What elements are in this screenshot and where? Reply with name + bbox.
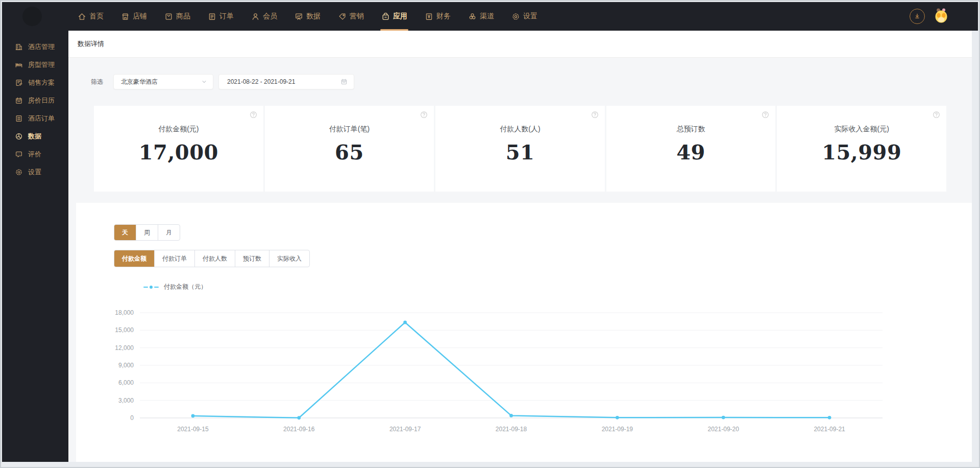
nav-item-app-bag[interactable]: 应用 — [381, 2, 407, 31]
calendar-icon — [340, 78, 348, 85]
stat-card: 实际收入金额(元)15,999 — [777, 106, 946, 192]
shop-icon — [121, 12, 130, 21]
y-axis-tick: 6,000 — [118, 379, 134, 386]
line-chart: 03,0006,0009,00012,00015,00018,0002021-0… — [91, 302, 939, 445]
stat-value: 51 — [435, 140, 605, 164]
data-point — [191, 414, 195, 418]
help-button[interactable] — [420, 111, 428, 119]
marketing-tag-icon — [338, 12, 347, 21]
nav-item-home[interactable]: 首页 — [78, 2, 104, 31]
nav-item-settings-gear[interactable]: 设置 — [511, 2, 537, 31]
home-icon — [78, 12, 86, 21]
nav-item-label: 商品 — [176, 12, 190, 21]
nav-item-label: 应用 — [393, 12, 407, 21]
y-axis-tick: 15,000 — [115, 326, 134, 334]
sidebar-item-label: 设置 — [28, 168, 41, 177]
main-content: 数据详情 筛选 北京豪华酒店 2021-08-22 - 2021-09-21 付… — [68, 31, 972, 462]
page-header: 数据详情 — [68, 31, 972, 58]
review-bubble-icon — [15, 150, 23, 158]
y-axis-tick: 9,000 — [118, 362, 134, 369]
download-icon — [913, 12, 921, 20]
nav-item-shop[interactable]: 店铺 — [121, 2, 147, 31]
sidebar-item-label: 数据 — [28, 132, 41, 141]
sidebar-item-bed[interactable]: 房型管理 — [2, 56, 68, 74]
help-button[interactable] — [762, 111, 769, 119]
stat-card: 付款人数(人)51 — [435, 106, 605, 192]
chevron-down-icon — [201, 78, 208, 85]
legend-line-marker — [143, 286, 159, 289]
hotel-select[interactable]: 北京豪华酒店 — [113, 74, 213, 89]
help-button[interactable] — [250, 111, 257, 119]
nav-item-marketing-tag[interactable]: 营销 — [338, 2, 364, 31]
nav-item-label: 订单 — [219, 12, 234, 21]
avatar-icon — [933, 7, 949, 24]
metric-tab[interactable]: 付款人数 — [194, 250, 235, 267]
channel-icon — [468, 12, 477, 21]
nav-item-label: 首页 — [89, 12, 104, 21]
period-tab[interactable]: 天 — [114, 225, 136, 240]
user-avatar[interactable] — [933, 7, 949, 26]
filter-row: 筛选 北京豪华酒店 2021-08-22 - 2021-09-21 — [68, 58, 972, 106]
stat-card: 付款金额(元)17,000 — [94, 106, 263, 192]
metric-tab[interactable]: 预订数 — [235, 250, 269, 267]
stat-card: 总预订数49 — [606, 106, 776, 192]
nav-item-member[interactable]: 会员 — [251, 2, 277, 31]
help-button[interactable] — [933, 111, 940, 119]
goods-icon — [164, 12, 173, 21]
sidebar-item-data-pie[interactable]: 数据 — [2, 127, 68, 145]
data-pie-icon — [15, 132, 23, 141]
hotel-select-value: 北京豪华酒店 — [121, 78, 158, 86]
stat-value: 17,000 — [94, 140, 263, 164]
x-axis-tick: 2021-09-21 — [814, 426, 845, 433]
date-range-picker[interactable]: 2021-08-22 - 2021-09-21 — [218, 74, 354, 89]
nav-item-label: 数据 — [306, 12, 321, 21]
nav-item-finance[interactable]: 财务 — [425, 2, 451, 31]
nav-item-order[interactable]: 订单 — [208, 2, 234, 31]
sidebar-item-label: 销售方案 — [28, 78, 55, 87]
nav-item-label: 渠道 — [480, 12, 494, 21]
stat-value: 49 — [606, 140, 776, 164]
sidebar-item-settings-gear[interactable]: 设置 — [2, 163, 68, 181]
sidebar-item-sales-doc[interactable]: 销售方案 — [2, 74, 68, 91]
sidebar-item-order-doc[interactable]: 酒店订单 — [2, 109, 68, 127]
data-point — [297, 416, 301, 419]
stats-row: 付款金额(元)17,000付款订单(笔)65付款人数(人)51总预订数49实际收… — [94, 106, 946, 192]
stat-label: 付款人数(人) — [435, 125, 605, 134]
sales-doc-icon — [15, 79, 23, 87]
nav-item-channel[interactable]: 渠道 — [468, 2, 494, 31]
question-icon — [420, 111, 428, 119]
y-axis-tick: 3,000 — [118, 397, 134, 404]
metric-tab[interactable]: 付款金额 — [114, 250, 154, 267]
metric-tab[interactable]: 付款订单 — [154, 250, 194, 267]
question-icon — [762, 111, 769, 119]
calendar-icon — [340, 78, 348, 85]
x-axis-tick: 2021-09-16 — [283, 426, 315, 433]
stat-label: 付款订单(笔) — [265, 125, 434, 134]
date-range-value: 2021-08-22 - 2021-09-21 — [227, 78, 295, 85]
stat-value: 15,999 — [777, 140, 946, 164]
nav-item-data-board[interactable]: 数据 — [295, 2, 321, 31]
app-window: 首页店铺商品订单会员数据营销应用财务渠道设置 酒店管理房型管理销售方案房价日历酒… — [0, 0, 980, 468]
settings-gear-icon — [511, 12, 520, 21]
order-icon — [208, 12, 216, 21]
nav-item-goods[interactable]: 商品 — [164, 2, 190, 31]
x-axis-tick: 2021-09-17 — [389, 426, 421, 433]
x-axis-tick: 2021-09-19 — [602, 426, 633, 433]
data-point — [722, 416, 725, 419]
chart-legend[interactable]: 付款金额（元） — [143, 283, 207, 291]
line-chart-svg: 03,0006,0009,00012,00015,00018,0002021-0… — [91, 302, 939, 443]
legend-label: 付款金额（元） — [164, 283, 207, 291]
metric-tab[interactable]: 实际收入 — [269, 250, 309, 267]
help-button[interactable] — [591, 111, 599, 119]
sidebar-item-review-bubble[interactable]: 评价 — [2, 145, 68, 163]
period-tab[interactable]: 周 — [136, 225, 158, 240]
question-icon — [250, 111, 257, 119]
finance-icon — [425, 12, 433, 21]
data-board-icon — [295, 12, 303, 21]
period-tab[interactable]: 月 — [158, 225, 180, 240]
sidebar-item-calendar[interactable]: 房价日历 — [2, 91, 68, 109]
page-title: 数据详情 — [78, 39, 104, 49]
download-button[interactable] — [910, 9, 925, 24]
sidebar-item-hotel-building[interactable]: 酒店管理 — [2, 38, 68, 56]
bed-icon — [15, 61, 23, 69]
